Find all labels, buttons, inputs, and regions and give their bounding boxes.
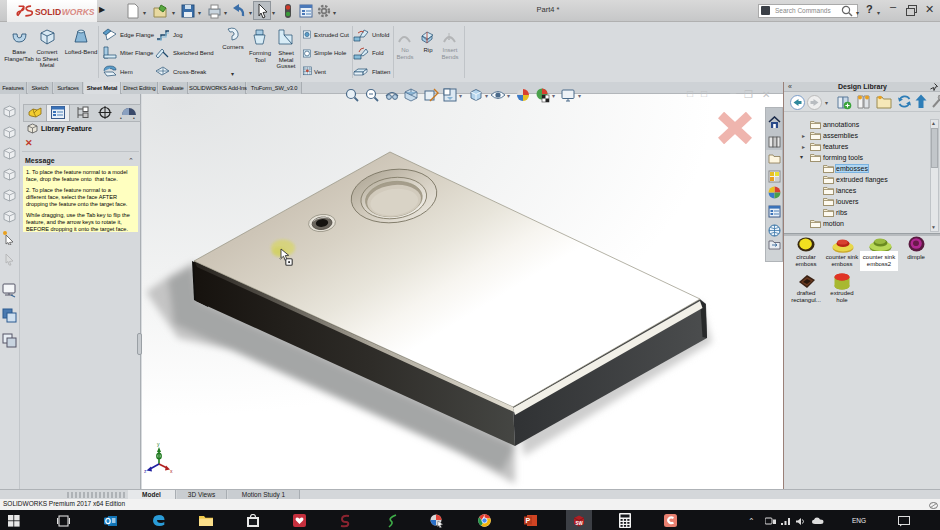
svg-text:WORKS: WORKS — [62, 7, 95, 17]
svg-text:x: x — [170, 468, 173, 474]
svg-text:SOLID: SOLID — [35, 7, 61, 17]
svg-text:y: y — [157, 441, 160, 447]
svg-text:z: z — [144, 468, 147, 474]
svg-text:SW: SW — [575, 521, 583, 526]
svg-text:P: P — [526, 517, 531, 524]
